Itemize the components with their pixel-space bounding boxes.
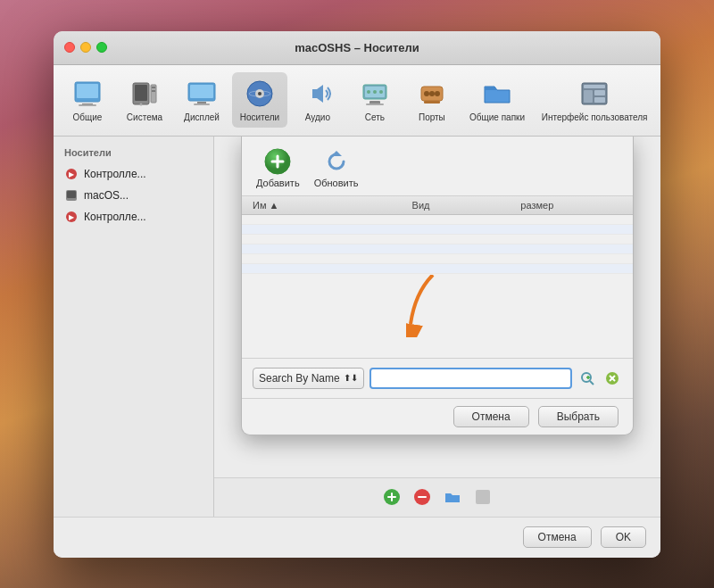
minimize-button[interactable] [80, 42, 91, 53]
toolbar-label-network: Сеть [365, 112, 385, 122]
toolbar: Общие Система [54, 65, 660, 137]
svg-point-28 [429, 91, 435, 96]
table-row [242, 215, 633, 225]
search-dropdown[interactable]: Search By Name ⬆⬇ [253, 368, 364, 389]
network-icon [359, 78, 391, 110]
table-row [242, 244, 633, 254]
select-button[interactable]: Выбрать [538, 406, 619, 427]
shared-folders-icon [481, 78, 513, 110]
toolbar-item-media[interactable]: Носители [232, 72, 287, 128]
toolbar-item-shared-folders[interactable]: Общие папки [462, 72, 532, 128]
sheet-footer: Отмена Выбрать [242, 398, 633, 435]
general-icon [71, 78, 104, 110]
traffic-lights [64, 42, 107, 53]
sidebar-item-2[interactable]: ▶ Контролле... [54, 206, 213, 228]
svg-rect-39 [67, 191, 76, 198]
svg-rect-32 [584, 85, 605, 88]
titlebar: macOSHS – Носители [54, 31, 660, 65]
search-dropdown-label: Search By Name [259, 372, 340, 385]
toolbar-item-audio[interactable]: Аудио [291, 72, 345, 128]
refresh-button[interactable]: Обновить [314, 147, 359, 188]
sidebar-item-0[interactable]: ▶ Контролле... [54, 163, 213, 185]
col-type: Вид [409, 200, 518, 211]
user-interface-icon [578, 78, 610, 110]
cancel-button[interactable]: Отмена [453, 406, 529, 427]
close-button[interactable] [64, 42, 75, 53]
sidebar-item-1[interactable]: macOS... [54, 185, 213, 206]
svg-rect-33 [584, 90, 593, 103]
sheet-table: Им ▲ Вид размер [242, 196, 633, 358]
svg-rect-1 [77, 84, 98, 98]
window-cancel-button[interactable]: Отмена [523, 526, 592, 548]
main-content: Носители ▶ Контролле... macOS... [54, 137, 660, 517]
svg-text:▶: ▶ [69, 213, 75, 221]
svg-point-22 [373, 90, 377, 94]
search-input[interactable] [369, 368, 572, 389]
content-area: Добавить Обновить [214, 137, 660, 517]
sidebar-label-2: Контролле... [84, 211, 146, 223]
table-row [242, 254, 633, 264]
sidebar-label-1: macOS... [84, 189, 129, 202]
window-bottom-bar: Отмена OK [54, 517, 660, 558]
toolbar-item-system[interactable]: Система [118, 72, 171, 128]
svg-marker-46 [331, 151, 342, 156]
search-go-button[interactable] [577, 369, 597, 388]
media-icon [244, 78, 276, 110]
controller-icon-2: ▶ [64, 210, 79, 224]
toolbar-item-user-interface[interactable]: Интерфейс пользователя [536, 72, 653, 128]
window-ok-button[interactable]: OK [601, 526, 646, 548]
svg-line-48 [590, 381, 594, 385]
controller-icon-0: ▶ [64, 167, 79, 181]
dropdown-arrow-icon: ⬆⬇ [344, 373, 358, 383]
svg-rect-11 [190, 85, 213, 98]
toolbar-label-media: Носители [240, 112, 280, 122]
system-icon [129, 78, 161, 110]
toolbar-label-general: Общие [73, 112, 103, 122]
toolbar-item-display[interactable]: Дисплей [175, 72, 228, 128]
toolbar-label-user-interface: Интерфейс пользователя [542, 112, 648, 122]
svg-rect-30 [424, 101, 440, 104]
svg-point-6 [140, 104, 143, 106]
svg-rect-35 [594, 97, 605, 103]
sidebar-label-0: Контролле... [84, 168, 146, 180]
svg-rect-9 [152, 90, 155, 92]
svg-text:▶: ▶ [69, 170, 75, 178]
svg-rect-25 [366, 104, 384, 105]
toolbar-label-display: Дисплей [184, 112, 220, 122]
window-title: macOSHS – Носители [295, 41, 419, 54]
sheet-toolbar: Добавить Обновить [242, 137, 633, 196]
toolbar-label-ports: Порты [419, 112, 445, 122]
table-row [242, 225, 633, 235]
svg-rect-34 [594, 90, 605, 95]
col-name: Им ▲ [249, 200, 409, 211]
ports-icon [416, 78, 448, 110]
svg-point-29 [435, 91, 440, 96]
svg-rect-3 [79, 104, 96, 106]
svg-marker-18 [312, 85, 323, 103]
sheet-overlay: Добавить Обновить [214, 137, 660, 517]
sidebar-header: Носители [54, 144, 213, 163]
maximize-button[interactable] [96, 42, 107, 53]
toolbar-label-shared-folders: Общие папки [469, 112, 525, 122]
display-icon [186, 78, 218, 110]
table-row [242, 264, 633, 274]
toolbar-item-general[interactable]: Общие [61, 72, 114, 128]
table-header: Им ▲ Вид размер [242, 196, 633, 215]
svg-rect-13 [194, 104, 210, 105]
sheet-search: Search By Name ⬆⬇ [242, 358, 633, 398]
macos-icon [64, 188, 79, 203]
svg-point-21 [367, 90, 370, 94]
add-button[interactable]: Добавить [256, 147, 300, 188]
toolbar-label-audio: Аудио [305, 112, 330, 122]
toolbar-item-ports[interactable]: Порты [405, 72, 459, 128]
svg-rect-8 [152, 87, 155, 88]
sidebar: Носители ▶ Контролле... macOS... [54, 137, 214, 517]
toolbar-item-network[interactable]: Сеть [348, 72, 402, 128]
sheet: Добавить Обновить [241, 137, 634, 435]
search-clear-button[interactable] [602, 369, 622, 388]
col-size: размер [517, 200, 626, 211]
toolbar-label-system: Система [127, 112, 162, 122]
svg-point-27 [424, 91, 429, 96]
add-icon [263, 147, 292, 176]
svg-point-16 [258, 92, 262, 95]
